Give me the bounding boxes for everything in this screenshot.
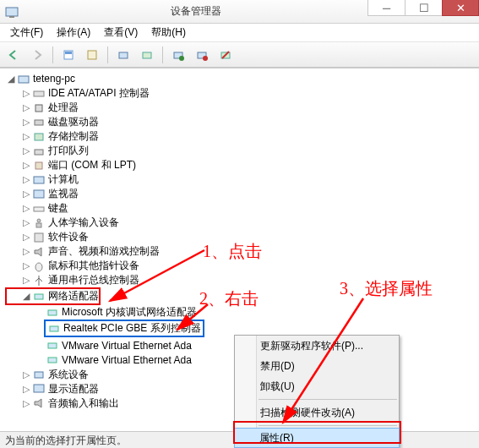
expand-icon[interactable]: ▷: [20, 201, 32, 216]
svg-rect-33: [34, 385, 44, 392]
system-icon: [32, 368, 46, 381]
svg-rect-15: [35, 120, 43, 125]
expand-icon[interactable]: ▷: [20, 86, 32, 101]
tree-item[interactable]: ▷声音、视频和游戏控制器: [5, 244, 474, 259]
root-label: teteng-pc: [33, 72, 75, 86]
svg-rect-5: [119, 52, 128, 58]
svg-point-22: [37, 219, 41, 222]
usb-icon: [32, 274, 46, 287]
display-icon: [32, 382, 46, 396]
ctx-disable[interactable]: 禁用(D): [235, 356, 399, 376]
expand-icon[interactable]: ▷: [20, 230, 32, 244]
uninstall-button[interactable]: [168, 45, 188, 65]
expand-icon[interactable]: ▷: [20, 172, 32, 187]
tree-item[interactable]: ▷键盘: [5, 201, 474, 216]
nic-icon: [46, 339, 59, 352]
hid-icon: [32, 216, 46, 230]
svg-rect-16: [35, 134, 43, 140]
svg-rect-19: [34, 177, 44, 183]
svg-rect-4: [88, 51, 96, 59]
svg-rect-24: [35, 233, 43, 242]
expand-icon[interactable]: ▷: [20, 187, 32, 201]
expand-icon[interactable]: ▷: [20, 259, 32, 273]
svg-rect-6: [143, 52, 151, 58]
toolbar: [0, 42, 479, 68]
expand-icon[interactable]: ▷: [20, 101, 32, 115]
nic-icon: [46, 306, 59, 320]
tree-item[interactable]: ▷通用串行总线控制器: [5, 273, 474, 287]
ctx-uninstall[interactable]: 卸载(U): [235, 376, 399, 396]
disable-button[interactable]: [215, 45, 236, 65]
tree-item[interactable]: ▷磁盘驱动器: [5, 115, 474, 129]
network-label: 网络适配器: [48, 289, 99, 303]
svg-rect-23: [36, 223, 41, 227]
tree-item[interactable]: ▷计算机: [5, 172, 474, 187]
collapse-icon[interactable]: ◢: [20, 289, 32, 303]
toolbar-separator: [52, 46, 53, 63]
svg-rect-3: [65, 52, 72, 54]
tree-item[interactable]: ▷人体学输入设备: [5, 216, 474, 230]
back-button[interactable]: [3, 45, 24, 65]
menu-view[interactable]: 查看(V): [97, 24, 144, 41]
svg-rect-28: [48, 310, 57, 315]
up-button[interactable]: [58, 45, 79, 65]
ctx-update-driver[interactable]: 更新驱动程序软件(P)...: [235, 336, 399, 356]
computer-icon: [32, 173, 46, 187]
context-menu: 更新驱动程序软件(P)... 禁用(D) 卸载(U) 扫描检测硬件改动(A) 属…: [234, 335, 400, 448]
highlight-realtek-nic: Realtek PCIe GBE 系列控制器: [44, 320, 204, 337]
expand-icon[interactable]: ▷: [20, 396, 32, 411]
svg-point-8: [179, 56, 184, 61]
expand-icon[interactable]: ▷: [20, 273, 32, 287]
props-button[interactable]: [82, 45, 102, 65]
nic-icon: [46, 353, 59, 367]
nic-icon: [47, 322, 61, 336]
expand-icon[interactable]: ▷: [20, 382, 32, 396]
svg-rect-20: [34, 190, 44, 198]
expand-icon[interactable]: ▷: [20, 244, 32, 259]
maximize-button[interactable]: ☐: [405, 0, 442, 16]
tree-item[interactable]: ▷存储控制器: [5, 129, 474, 144]
menu-action[interactable]: 操作(A): [50, 24, 97, 41]
menu-file[interactable]: 文件(F): [3, 24, 50, 41]
tree-item[interactable]: ▷处理器: [5, 101, 474, 115]
menu-bar: 文件(F) 操作(A) 查看(V) 帮助(H): [0, 24, 479, 42]
svg-rect-13: [34, 91, 44, 96]
tree-item[interactable]: Microsoft 内核调试网络适配器: [5, 305, 474, 320]
toolbar-separator: [162, 46, 163, 63]
disk-icon: [32, 116, 46, 129]
tree-item[interactable]: ▷打印队列: [5, 144, 474, 158]
tree-item[interactable]: ▷鼠标和其他指针设备: [5, 259, 474, 273]
menu-help[interactable]: 帮助(H): [144, 24, 193, 41]
expand-icon[interactable]: ▷: [20, 115, 32, 129]
tree-item-network[interactable]: ◢ 网络适配器: [7, 289, 99, 303]
tree-item[interactable]: ▷软件设备: [5, 230, 474, 244]
expand-icon[interactable]: ▷: [20, 216, 32, 230]
tree-item[interactable]: ▷端口 (COM 和 LPT): [5, 158, 474, 172]
window-title: 设备管理器: [24, 4, 367, 19]
toolbar-separator: [107, 46, 108, 63]
tree-item[interactable]: ▷监视器: [5, 187, 474, 201]
collapse-icon[interactable]: ◢: [5, 72, 17, 86]
printer-icon: [32, 145, 46, 158]
svg-rect-29: [50, 326, 58, 331]
expand-icon[interactable]: ▷: [20, 144, 32, 158]
svg-rect-0: [6, 8, 18, 16]
ctx-scan-hardware[interactable]: 扫描检测硬件改动(A): [235, 402, 399, 423]
close-button[interactable]: ✕: [442, 0, 479, 16]
minimize-button[interactable]: ─: [367, 0, 405, 16]
network-icon: [32, 290, 46, 303]
expand-icon[interactable]: ▷: [20, 368, 32, 382]
tree-item-realtek[interactable]: Realtek PCIe GBE 系列控制器: [47, 321, 201, 336]
forward-button[interactable]: [27, 45, 47, 65]
ctx-properties[interactable]: 属性(R): [234, 428, 400, 448]
refresh-button[interactable]: [137, 45, 157, 65]
tree-root[interactable]: ◢ teteng-pc: [5, 72, 474, 86]
expand-icon[interactable]: ▷: [20, 129, 32, 144]
monitor-icon: [32, 188, 46, 201]
tree-item[interactable]: ▷IDE ATA/ATAPI 控制器: [5, 86, 474, 101]
status-text: 为当前的选择打开属性页。: [5, 434, 127, 446]
mouse-icon: [32, 260, 46, 273]
expand-icon[interactable]: ▷: [20, 158, 32, 172]
enable-button[interactable]: [192, 45, 212, 65]
scan-button[interactable]: [113, 45, 133, 65]
